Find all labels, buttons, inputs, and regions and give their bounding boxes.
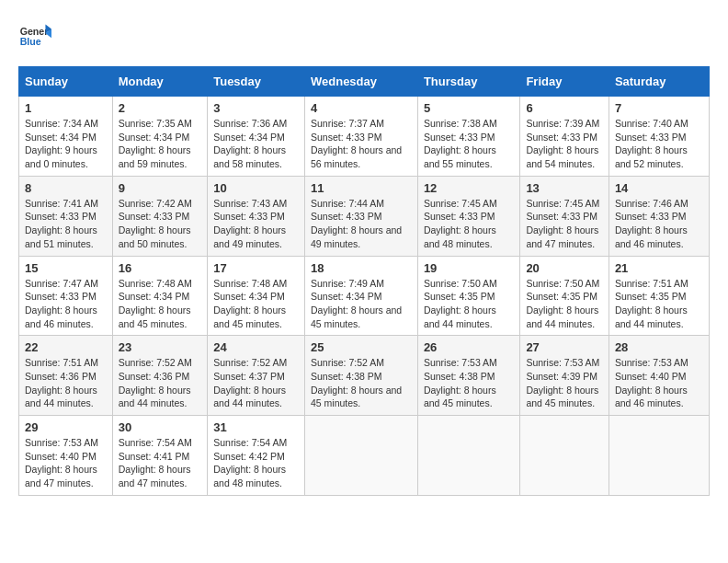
- day-info: Sunrise: 7:51 AM Sunset: 4:35 PM Dayligh…: [615, 277, 703, 331]
- day-number: 11: [311, 181, 412, 195]
- day-number: 1: [25, 101, 107, 115]
- day-info: Sunrise: 7:48 AM Sunset: 4:34 PM Dayligh…: [119, 277, 202, 331]
- day-number: 13: [526, 181, 603, 195]
- day-cell: 30Sunrise: 7:54 AM Sunset: 4:41 PM Dayli…: [112, 416, 208, 496]
- day-info: Sunrise: 7:35 AM Sunset: 4:34 PM Dayligh…: [119, 117, 202, 171]
- col-header-wednesday: Wednesday: [304, 67, 417, 97]
- day-cell: 13Sunrise: 7:45 AM Sunset: 4:33 PM Dayli…: [520, 176, 609, 256]
- day-number: 28: [615, 340, 703, 354]
- day-cell: 21Sunrise: 7:51 AM Sunset: 4:35 PM Dayli…: [609, 256, 709, 336]
- day-cell: 25Sunrise: 7:52 AM Sunset: 4:38 PM Dayli…: [304, 336, 417, 416]
- day-cell: 19Sunrise: 7:50 AM Sunset: 4:35 PM Dayli…: [417, 256, 519, 336]
- day-number: 20: [526, 261, 603, 275]
- page-header: General Blue: [18, 18, 710, 52]
- day-number: 8: [25, 181, 107, 195]
- day-info: Sunrise: 7:53 AM Sunset: 4:38 PM Dayligh…: [424, 356, 514, 410]
- day-info: Sunrise: 7:43 AM Sunset: 4:33 PM Dayligh…: [213, 197, 299, 251]
- day-info: Sunrise: 7:52 AM Sunset: 4:37 PM Dayligh…: [213, 356, 299, 410]
- day-cell: 12Sunrise: 7:45 AM Sunset: 4:33 PM Dayli…: [417, 176, 519, 256]
- day-info: Sunrise: 7:48 AM Sunset: 4:34 PM Dayligh…: [213, 277, 299, 331]
- day-info: Sunrise: 7:54 AM Sunset: 4:41 PM Dayligh…: [119, 436, 202, 490]
- col-header-tuesday: Tuesday: [208, 67, 305, 97]
- day-cell: 29Sunrise: 7:53 AM Sunset: 4:40 PM Dayli…: [19, 416, 113, 496]
- day-info: Sunrise: 7:52 AM Sunset: 4:38 PM Dayligh…: [311, 356, 412, 410]
- day-cell: 15Sunrise: 7:47 AM Sunset: 4:33 PM Dayli…: [19, 256, 113, 336]
- day-number: 7: [615, 101, 703, 115]
- day-cell: 17Sunrise: 7:48 AM Sunset: 4:34 PM Dayli…: [208, 256, 305, 336]
- day-cell: 7Sunrise: 7:40 AM Sunset: 4:33 PM Daylig…: [609, 97, 709, 177]
- day-number: 26: [424, 340, 514, 354]
- day-number: 29: [25, 420, 107, 434]
- day-info: Sunrise: 7:44 AM Sunset: 4:33 PM Dayligh…: [311, 197, 412, 251]
- day-number: 15: [25, 261, 107, 275]
- day-cell: 31Sunrise: 7:54 AM Sunset: 4:42 PM Dayli…: [208, 416, 305, 496]
- day-cell: [304, 416, 417, 496]
- day-number: 17: [213, 261, 299, 275]
- day-number: 6: [526, 101, 603, 115]
- day-info: Sunrise: 7:45 AM Sunset: 4:33 PM Dayligh…: [424, 197, 514, 251]
- day-info: Sunrise: 7:50 AM Sunset: 4:35 PM Dayligh…: [526, 277, 603, 331]
- day-number: 19: [424, 261, 514, 275]
- day-cell: 3Sunrise: 7:36 AM Sunset: 4:34 PM Daylig…: [208, 97, 305, 177]
- week-row-5: 29Sunrise: 7:53 AM Sunset: 4:40 PM Dayli…: [19, 416, 710, 496]
- day-cell: 5Sunrise: 7:38 AM Sunset: 4:33 PM Daylig…: [417, 97, 519, 177]
- day-cell: 4Sunrise: 7:37 AM Sunset: 4:33 PM Daylig…: [304, 97, 417, 177]
- day-number: 2: [119, 101, 202, 115]
- day-info: Sunrise: 7:41 AM Sunset: 4:33 PM Dayligh…: [25, 197, 107, 251]
- day-cell: 24Sunrise: 7:52 AM Sunset: 4:37 PM Dayli…: [208, 336, 305, 416]
- day-info: Sunrise: 7:49 AM Sunset: 4:34 PM Dayligh…: [311, 277, 412, 331]
- day-info: Sunrise: 7:47 AM Sunset: 4:33 PM Dayligh…: [25, 277, 107, 331]
- day-number: 25: [311, 340, 412, 354]
- day-cell: 10Sunrise: 7:43 AM Sunset: 4:33 PM Dayli…: [208, 176, 305, 256]
- day-number: 16: [119, 261, 202, 275]
- day-number: 9: [119, 181, 202, 195]
- day-info: Sunrise: 7:51 AM Sunset: 4:36 PM Dayligh…: [25, 356, 107, 410]
- day-cell: 20Sunrise: 7:50 AM Sunset: 4:35 PM Dayli…: [520, 256, 609, 336]
- col-header-sunday: Sunday: [19, 67, 113, 97]
- day-number: 24: [213, 340, 299, 354]
- calendar-table: SundayMondayTuesdayWednesdayThursdayFrid…: [18, 66, 710, 496]
- day-cell: 22Sunrise: 7:51 AM Sunset: 4:36 PM Dayli…: [19, 336, 113, 416]
- day-cell: 8Sunrise: 7:41 AM Sunset: 4:33 PM Daylig…: [19, 176, 113, 256]
- day-cell: 23Sunrise: 7:52 AM Sunset: 4:36 PM Dayli…: [112, 336, 208, 416]
- logo-icon: General Blue: [18, 18, 51, 52]
- day-cell: 14Sunrise: 7:46 AM Sunset: 4:33 PM Dayli…: [609, 176, 709, 256]
- day-number: 22: [25, 340, 107, 354]
- day-cell: [520, 416, 609, 496]
- day-number: 18: [311, 261, 412, 275]
- day-info: Sunrise: 7:38 AM Sunset: 4:33 PM Dayligh…: [424, 117, 514, 171]
- day-cell: 1Sunrise: 7:34 AM Sunset: 4:34 PM Daylig…: [19, 97, 113, 177]
- day-cell: 28Sunrise: 7:53 AM Sunset: 4:40 PM Dayli…: [609, 336, 709, 416]
- day-number: 30: [119, 420, 202, 434]
- day-number: 10: [213, 181, 299, 195]
- day-cell: 11Sunrise: 7:44 AM Sunset: 4:33 PM Dayli…: [304, 176, 417, 256]
- day-info: Sunrise: 7:37 AM Sunset: 4:33 PM Dayligh…: [311, 117, 412, 171]
- day-number: 23: [119, 340, 202, 354]
- day-number: 4: [311, 101, 412, 115]
- week-row-2: 8Sunrise: 7:41 AM Sunset: 4:33 PM Daylig…: [19, 176, 710, 256]
- svg-text:Blue: Blue: [20, 36, 41, 47]
- day-info: Sunrise: 7:52 AM Sunset: 4:36 PM Dayligh…: [119, 356, 202, 410]
- day-cell: [609, 416, 709, 496]
- day-cell: 18Sunrise: 7:49 AM Sunset: 4:34 PM Dayli…: [304, 256, 417, 336]
- day-info: Sunrise: 7:50 AM Sunset: 4:35 PM Dayligh…: [424, 277, 514, 331]
- day-cell: 27Sunrise: 7:53 AM Sunset: 4:39 PM Dayli…: [520, 336, 609, 416]
- week-row-1: 1Sunrise: 7:34 AM Sunset: 4:34 PM Daylig…: [19, 97, 710, 177]
- day-number: 5: [424, 101, 514, 115]
- col-header-saturday: Saturday: [609, 67, 709, 97]
- day-cell: [417, 416, 519, 496]
- day-info: Sunrise: 7:45 AM Sunset: 4:33 PM Dayligh…: [526, 197, 603, 251]
- day-info: Sunrise: 7:34 AM Sunset: 4:34 PM Dayligh…: [25, 117, 107, 171]
- day-cell: 9Sunrise: 7:42 AM Sunset: 4:33 PM Daylig…: [112, 176, 208, 256]
- day-info: Sunrise: 7:46 AM Sunset: 4:33 PM Dayligh…: [615, 197, 703, 251]
- day-number: 21: [615, 261, 703, 275]
- day-number: 31: [213, 420, 299, 434]
- day-info: Sunrise: 7:36 AM Sunset: 4:34 PM Dayligh…: [213, 117, 299, 171]
- day-cell: 2Sunrise: 7:35 AM Sunset: 4:34 PM Daylig…: [112, 97, 208, 177]
- day-info: Sunrise: 7:54 AM Sunset: 4:42 PM Dayligh…: [213, 436, 299, 490]
- day-cell: 6Sunrise: 7:39 AM Sunset: 4:33 PM Daylig…: [520, 97, 609, 177]
- day-number: 27: [526, 340, 603, 354]
- day-info: Sunrise: 7:42 AM Sunset: 4:33 PM Dayligh…: [119, 197, 202, 251]
- col-header-friday: Friday: [520, 67, 609, 97]
- week-row-4: 22Sunrise: 7:51 AM Sunset: 4:36 PM Dayli…: [19, 336, 710, 416]
